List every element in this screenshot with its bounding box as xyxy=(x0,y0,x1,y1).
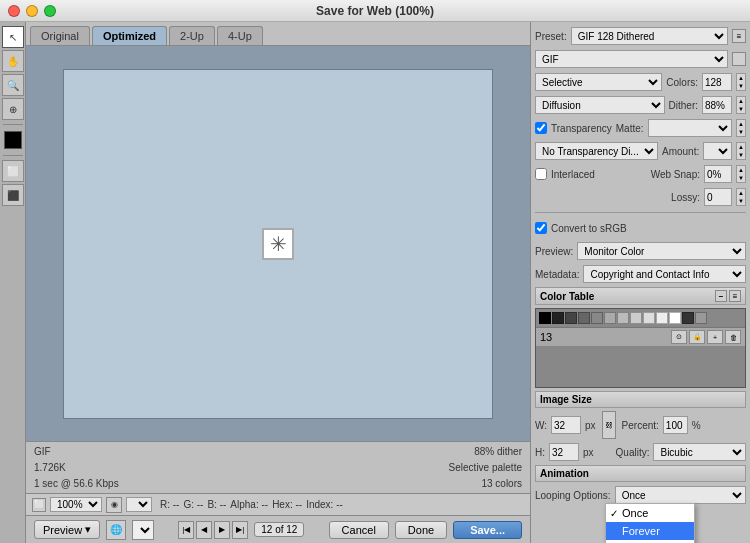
bottom-bar: Preview ▾ 🌐 |◀ ◀ ▶ ▶| 12 of 12 Cancel xyxy=(26,515,530,543)
amount-up[interactable]: ▲ xyxy=(737,143,745,151)
colors-down[interactable]: ▼ xyxy=(737,82,745,90)
browser-select[interactable] xyxy=(132,520,154,540)
matte-up[interactable]: ▲ xyxy=(737,120,745,128)
preset-select[interactable]: GIF 128 Dithered xyxy=(571,27,728,45)
dropdown-item-once[interactable]: ✓ Once xyxy=(606,504,694,522)
lossy-row: Lossy: ▲ ▼ xyxy=(535,187,746,207)
color-group: R: -- G: -- B: -- Alpha: -- Hex: -- Inde… xyxy=(160,499,343,510)
ct-delete-btn[interactable]: 🗑 xyxy=(725,330,741,344)
left-toolbar: ↖ ✋ 🔍 ⊕ ⬜ ⬛ xyxy=(0,22,26,543)
matte-down[interactable]: ▼ xyxy=(737,128,745,136)
metadata-select[interactable]: Copyright and Contact Info xyxy=(583,265,746,283)
tool-slice[interactable]: ⬜ xyxy=(2,160,24,182)
w-input[interactable] xyxy=(551,416,581,434)
looping-select[interactable]: Once xyxy=(615,486,746,504)
dropdown-item-forever[interactable]: Forever xyxy=(606,522,694,540)
looping-row: Looping Options: ✓ Once Forever Other...… xyxy=(535,485,746,505)
window-title: Save for Web (100%) xyxy=(316,4,434,18)
save-button[interactable]: Save... xyxy=(453,521,522,539)
px-label-h: px xyxy=(583,447,594,458)
format-select[interactable]: GIF xyxy=(535,50,728,68)
color-swatch-item[interactable] xyxy=(630,312,642,324)
dither-select[interactable]: Diffusion xyxy=(535,96,665,114)
colors-up[interactable]: ▲ xyxy=(737,74,745,82)
interlaced-checkbox[interactable] xyxy=(535,168,547,180)
transparency-checkbox[interactable] xyxy=(535,122,547,134)
maximize-button[interactable] xyxy=(44,5,56,17)
percent-input[interactable] xyxy=(663,416,688,434)
color-swatch-item[interactable] xyxy=(695,312,707,324)
tool-slice-select[interactable]: ⬛ xyxy=(2,184,24,206)
no-transparency-select[interactable]: No Transparency Di... xyxy=(535,142,658,160)
w-label: W: xyxy=(535,420,547,431)
tool-eyedropper[interactable]: ⊕ xyxy=(2,98,24,120)
zoom-select[interactable]: 100% 50% 200% xyxy=(50,497,102,512)
canvas-filesize: 1.726K xyxy=(34,462,66,473)
color-swatch-item[interactable] xyxy=(617,312,629,324)
color-swatch-item[interactable] xyxy=(669,312,681,324)
quality-select[interactable]: Bicubic xyxy=(653,443,746,461)
color-count: 13 xyxy=(540,331,552,343)
tab-2up[interactable]: 2-Up xyxy=(169,26,215,45)
tab-optimized[interactable]: Optimized xyxy=(92,26,167,45)
color-swatch-item[interactable] xyxy=(643,312,655,324)
done-button[interactable]: Done xyxy=(395,521,447,539)
reduction-select[interactable]: Selective xyxy=(535,73,662,91)
interlaced-label: Interlaced xyxy=(551,169,595,180)
tab-4up[interactable]: 4-Up xyxy=(217,26,263,45)
lossy-up[interactable]: ▲ xyxy=(737,189,745,197)
color-swatch-item[interactable] xyxy=(565,312,577,324)
web-snap-up[interactable]: ▲ xyxy=(737,166,745,174)
color-swatch-item[interactable] xyxy=(656,312,668,324)
cancel-button[interactable]: Cancel xyxy=(329,521,389,539)
preset-menu-btn[interactable]: ≡ xyxy=(732,29,746,43)
lossy-down[interactable]: ▼ xyxy=(737,197,745,205)
metadata-label: Metadata: xyxy=(535,269,579,280)
color-swatch-item[interactable] xyxy=(591,312,603,324)
matte-select[interactable] xyxy=(648,119,732,137)
frame-next-btn[interactable]: ▶| xyxy=(232,521,248,539)
dither-input[interactable] xyxy=(702,96,732,114)
ct-lock-btn[interactable]: 🔒 xyxy=(689,330,705,344)
close-button[interactable] xyxy=(8,5,20,17)
web-snap-input[interactable] xyxy=(704,165,732,183)
minimize-button[interactable] xyxy=(26,5,38,17)
frame-prev-btn[interactable]: ◀ xyxy=(196,521,212,539)
frame-first-btn[interactable]: |◀ xyxy=(178,521,194,539)
srgb-label: Convert to sRGB xyxy=(551,223,627,234)
amount-spinner: ▲ ▼ xyxy=(736,142,746,160)
canvas-info-row-3: 1 sec @ 56.6 Kbps 13 colors xyxy=(34,478,522,489)
frame-counter: 12 of 12 xyxy=(254,522,304,537)
tool-pointer[interactable]: ↖ xyxy=(2,26,24,48)
color-swatch-item[interactable] xyxy=(682,312,694,324)
preset-row: Preset: GIF 128 Dithered ≡ xyxy=(535,26,746,46)
color-swatch-item[interactable] xyxy=(578,312,590,324)
color-swatch-item[interactable] xyxy=(552,312,564,324)
dither-up[interactable]: ▲ xyxy=(737,97,745,105)
amount-select[interactable] xyxy=(703,142,732,160)
h-input[interactable] xyxy=(549,443,579,461)
frame-play-btn[interactable]: ▶ xyxy=(214,521,230,539)
color-swatch-item[interactable] xyxy=(539,312,551,324)
ct-add-btn[interactable]: + xyxy=(707,330,723,344)
browser-icon[interactable]: 🌐 xyxy=(106,520,126,540)
view-select[interactable] xyxy=(126,497,152,512)
preview-select[interactable]: Monitor Color xyxy=(577,242,746,260)
ct-snap-btn[interactable]: ⊙ xyxy=(671,330,687,344)
constrain-btn[interactable]: ⛓ xyxy=(602,411,616,439)
srgb-checkbox[interactable] xyxy=(535,222,547,234)
ct-collapse-btn[interactable]: − xyxy=(715,290,727,302)
tool-hand[interactable]: ✋ xyxy=(2,50,24,72)
tool-zoom[interactable]: 🔍 xyxy=(2,74,24,96)
canvas-frame: ✳ xyxy=(63,69,493,419)
amount-down[interactable]: ▼ xyxy=(737,151,745,159)
preview-button[interactable]: Preview ▾ xyxy=(34,520,100,539)
colors-input[interactable] xyxy=(702,73,732,91)
foreground-color[interactable] xyxy=(4,131,22,149)
ct-menu-btn[interactable]: ≡ xyxy=(729,290,741,302)
lossy-input[interactable] xyxy=(704,188,732,206)
tab-original[interactable]: Original xyxy=(30,26,90,45)
color-swatch-item[interactable] xyxy=(604,312,616,324)
web-snap-down[interactable]: ▼ xyxy=(737,174,745,182)
dither-down[interactable]: ▼ xyxy=(737,105,745,113)
